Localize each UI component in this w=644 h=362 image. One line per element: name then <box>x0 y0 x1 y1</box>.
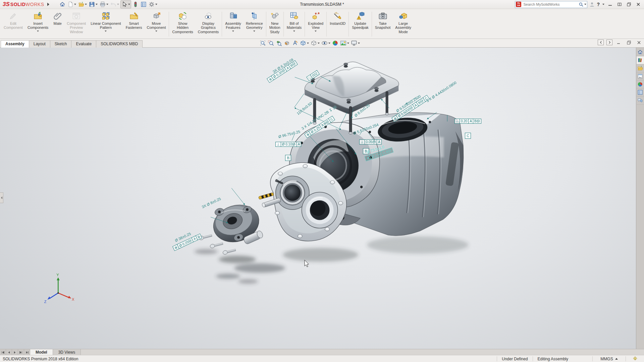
ribbon-take-snapshot[interactable]: TakeSnapshot <box>373 10 393 39</box>
rebuild-button[interactable] <box>132 1 139 8</box>
search-icon[interactable] <box>579 2 584 7</box>
dropdown-caret-icon[interactable] <box>85 4 87 5</box>
newdoc-button[interactable] <box>67 1 77 8</box>
edit-appearance-button[interactable] <box>331 40 339 47</box>
dropdown-caret-icon[interactable] <box>253 31 255 32</box>
display-style-button[interactable] <box>310 40 320 47</box>
datum-label[interactable]: B <box>285 155 291 161</box>
save-button[interactable] <box>88 1 98 8</box>
select-button[interactable] <box>120 0 131 8</box>
taskpane-appearances-scenes-button[interactable] <box>637 80 644 88</box>
undo-button[interactable] <box>110 1 120 8</box>
feature-tree-collapse-handle[interactable] <box>0 192 3 203</box>
zoom-to-area-button[interactable] <box>267 40 275 47</box>
search-box[interactable]: MySW <box>515 1 587 8</box>
dropdown-caret-icon[interactable] <box>318 43 320 44</box>
ribbon-show-hidden-components[interactable]: ShowHiddenComponents <box>170 10 195 39</box>
minimize-button[interactable] <box>606 1 614 7</box>
fileprops-button[interactable] <box>140 1 147 8</box>
taskpane-design-library-button[interactable] <box>637 56 644 64</box>
bottom-tab-model[interactable]: Model <box>30 349 53 355</box>
menu-expand-icon[interactable] <box>47 3 49 6</box>
previous-view-button[interactable] <box>275 40 283 47</box>
ribbon-reference-geometry[interactable]: ReferenceGeometry <box>244 10 265 39</box>
dropdown-caret-icon[interactable] <box>328 43 330 44</box>
dropdown-caret-icon[interactable] <box>347 43 349 44</box>
view-orientation-button[interactable] <box>299 40 310 47</box>
doc-close-button[interactable] <box>635 40 643 45</box>
tab-list-button[interactable] <box>24 349 30 355</box>
dynamic-annotation-views-button[interactable] <box>291 40 299 47</box>
resize-panes-button[interactable] <box>616 1 623 7</box>
ribbon-instant3d[interactable]: Instant3D <box>327 10 348 39</box>
tab-next-button[interactable] <box>12 349 18 355</box>
dropdown-caret-icon[interactable] <box>315 31 317 32</box>
close-button[interactable] <box>635 1 642 7</box>
taskpane-view-palette-button[interactable] <box>637 72 644 80</box>
restore-button[interactable] <box>625 1 633 7</box>
ribbon-large-assembly-mode[interactable]: LargeAssemblyMode <box>393 10 414 39</box>
tags-icon[interactable] <box>626 356 644 361</box>
dropdown-caret-icon[interactable] <box>307 43 309 44</box>
print-button[interactable] <box>99 1 109 8</box>
ribbon-exploded-view[interactable]: ExplodedView <box>306 10 326 39</box>
feature-control-frame[interactable]: ⌓0.20ABⓂ <box>455 119 481 124</box>
taskpane-custom-properties-button[interactable] <box>637 88 644 97</box>
section-view-button[interactable] <box>283 40 291 47</box>
pane-right-button[interactable] <box>606 40 612 45</box>
dropdown-caret-icon[interactable] <box>232 31 234 32</box>
doc-minimize-button[interactable] <box>615 40 623 45</box>
dropdown-caret-icon[interactable] <box>74 4 76 5</box>
dropdown-caret-icon[interactable] <box>293 31 295 32</box>
dropdown-caret-icon[interactable] <box>155 4 157 5</box>
ribbon-display-graphics-components[interactable]: DisplayGraphicsComponents <box>196 10 221 39</box>
ribbon-linearcomponent-pattern[interactable]: Linear ComponentPattern <box>88 10 123 39</box>
ribbon-new-motion-study[interactable]: NewMotionStudy <box>267 10 283 39</box>
help-dropdown-icon[interactable] <box>602 4 604 5</box>
taskpane-home-button[interactable] <box>637 48 644 56</box>
ribbon-smart-fasteners[interactable]: SmartFasteners <box>123 10 145 39</box>
tab-assembly[interactable]: Assembly <box>1 40 29 48</box>
open-button[interactable] <box>77 1 88 8</box>
doc-restore-button[interactable] <box>625 40 633 45</box>
zoom-to-fit-button[interactable] <box>259 40 267 47</box>
units-selector[interactable]: MMGS <box>592 356 626 361</box>
dropdown-caret-icon[interactable] <box>106 4 108 5</box>
ribbon-move-component[interactable]: MoveComponent <box>145 10 168 39</box>
pane-left-button[interactable] <box>598 40 604 45</box>
tab-layout[interactable]: Layout <box>29 40 50 48</box>
tab-last-button[interactable] <box>18 349 24 355</box>
apply-scene-button[interactable] <box>339 40 350 47</box>
login-user-icon[interactable] <box>589 2 595 7</box>
ribbon-insert-components[interactable]: InsertComponents <box>25 10 51 39</box>
dropdown-caret-icon[interactable] <box>96 4 98 5</box>
taskpane-file-explorer-button[interactable] <box>637 64 644 72</box>
tab-first-button[interactable] <box>0 349 6 355</box>
ribbon-update-speedpak[interactable]: UpdateSpeedpak <box>350 10 371 39</box>
ribbon-mate[interactable]: Mate <box>51 10 64 39</box>
view-settings-button[interactable] <box>350 40 361 47</box>
options-button[interactable] <box>148 1 158 8</box>
graphics-area[interactable]: Y X Z 3X Ø 6.3±0.09⊕Ø 0.30ⓂABⓂ□002110.9±… <box>0 48 644 349</box>
tab-solidworks-mbd[interactable]: SOLIDWORKS MBD <box>96 40 143 48</box>
bottom-tab-3d-views[interactable]: 3D Views <box>53 349 81 355</box>
help-button[interactable]: ? <box>597 2 600 7</box>
feature-control-frame[interactable]: ⊥0.05ⓂA <box>360 139 382 144</box>
tab-prev-button[interactable] <box>6 349 12 355</box>
hide-show-items-button[interactable] <box>321 40 331 47</box>
dropdown-caret-icon[interactable] <box>358 43 360 44</box>
dropdown-caret-icon[interactable] <box>128 4 130 5</box>
feature-control-frame[interactable]: ⊥Ø 0.10ⓂA <box>276 142 301 147</box>
tab-evaluate[interactable]: Evaluate <box>71 40 96 48</box>
search-dropdown-icon[interactable] <box>584 4 586 5</box>
ribbon-assembly-features[interactable]: AssemblyFeatures <box>223 10 244 39</box>
dropdown-caret-icon[interactable] <box>37 31 39 32</box>
ribbon-billof-materials[interactable]: Bill ofMaterials <box>284 10 304 39</box>
home2-button[interactable] <box>59 1 66 8</box>
tab-sketch[interactable]: Sketch <box>50 40 72 48</box>
dropdown-caret-icon[interactable] <box>117 4 119 5</box>
datum-label[interactable]: C <box>465 133 471 139</box>
dropdown-caret-icon[interactable] <box>105 31 107 32</box>
search-input[interactable] <box>523 2 579 7</box>
taskpane-solidworks-forum-button[interactable] <box>637 97 644 105</box>
